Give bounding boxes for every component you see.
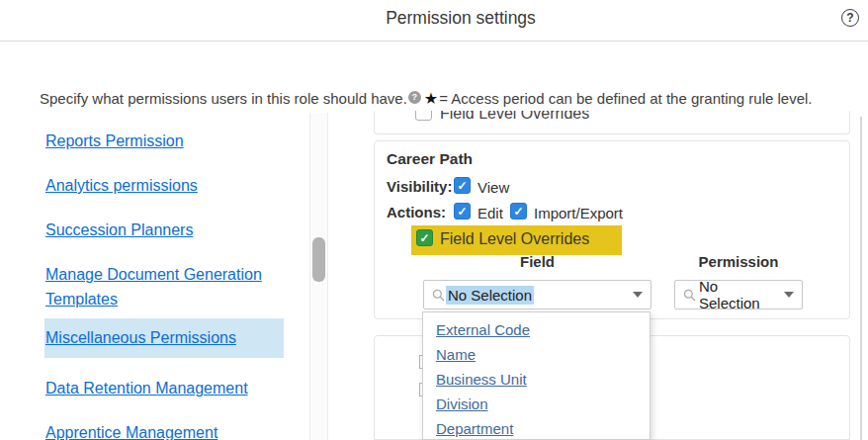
sidebar-item-analytics-permissions[interactable]: Analytics permissions <box>45 173 198 198</box>
actions-label: Actions: <box>387 204 446 220</box>
sidebar-item-label[interactable]: Miscellaneous Permissions <box>44 329 236 347</box>
visibility-label: Visibility: <box>387 178 452 195</box>
sidebar-item-manage-document-generation-templates[interactable]: Manage Document Generation Templates <box>45 262 278 311</box>
sidebar-item-reports-permission[interactable]: Reports Permission <box>45 129 184 153</box>
search-icon <box>683 289 696 302</box>
field-level-overrides-label: Field Level Overrides <box>440 230 589 248</box>
dropdown-option-name[interactable]: Name <box>423 342 650 367</box>
info-icon[interactable] <box>408 91 421 104</box>
import-export-checkbox[interactable] <box>510 203 527 220</box>
dropdown-arrow-icon[interactable] <box>633 292 643 298</box>
instruction-line: Specify what permissions users in this r… <box>40 88 813 108</box>
header-divider <box>0 41 868 42</box>
page-title: Permission settings <box>386 8 536 29</box>
sidebar-item-apprentice-management[interactable]: Apprentice Management <box>45 420 217 440</box>
permission-settings-dialog: Permission settings Specify what permiss… <box>0 0 868 440</box>
field-combobox[interactable]: No Selection <box>423 280 651 309</box>
dropdown-arrow-icon[interactable] <box>784 292 794 298</box>
help-icon[interactable] <box>841 9 859 27</box>
dropdown-option-business-unit[interactable]: Business Unit <box>423 367 650 392</box>
field-dropdown-list: External Code Name Business Unit Divisio… <box>422 311 651 440</box>
view-label: View <box>477 179 509 196</box>
sidebar-scrollbar-thumb[interactable] <box>312 237 325 282</box>
sidebar-item-data-retention-management[interactable]: Data Retention Management <box>45 376 248 400</box>
field-column-header: Field <box>423 253 651 270</box>
dropdown-option-department[interactable]: Department <box>423 416 650 440</box>
star-icon: ★ <box>424 90 438 107</box>
main-scrollbar-track[interactable] <box>860 117 862 440</box>
field-combobox-value[interactable]: No Selection <box>446 286 534 305</box>
edit-checkbox[interactable] <box>454 203 471 220</box>
permission-column-header: Permission <box>674 253 803 270</box>
permission-combobox-value[interactable]: No Selection <box>697 277 784 312</box>
career-path-panel: Career Path Visibility: View Actions: Ed… <box>374 140 850 319</box>
view-checkbox[interactable] <box>454 177 471 194</box>
instruction-note: = Access period can be defined at the gr… <box>439 90 812 107</box>
instruction-text: Specify what permissions users in this r… <box>40 90 407 107</box>
dropdown-option-external-code[interactable]: External Code <box>423 317 650 342</box>
import-export-label: Import/Export <box>534 205 623 221</box>
sidebar-item-miscellaneous-permissions[interactable]: Miscellaneous Permissions <box>44 318 284 358</box>
field-level-overrides-checkbox-unchecked[interactable] <box>415 111 432 121</box>
dropdown-option-division[interactable]: Division <box>423 392 650 416</box>
checkbox-label: Field Level Overrides <box>440 111 589 123</box>
search-icon <box>432 289 445 302</box>
edit-label: Edit <box>477 205 503 221</box>
sidebar-item-succession-planners[interactable]: Succession Planners <box>45 218 193 242</box>
panel-clipped-top: Field Level Overrides <box>374 111 850 134</box>
permission-combobox[interactable]: No Selection <box>674 280 803 309</box>
field-level-overrides-checkbox[interactable] <box>416 229 433 246</box>
career-path-title: Career Path <box>387 150 473 168</box>
